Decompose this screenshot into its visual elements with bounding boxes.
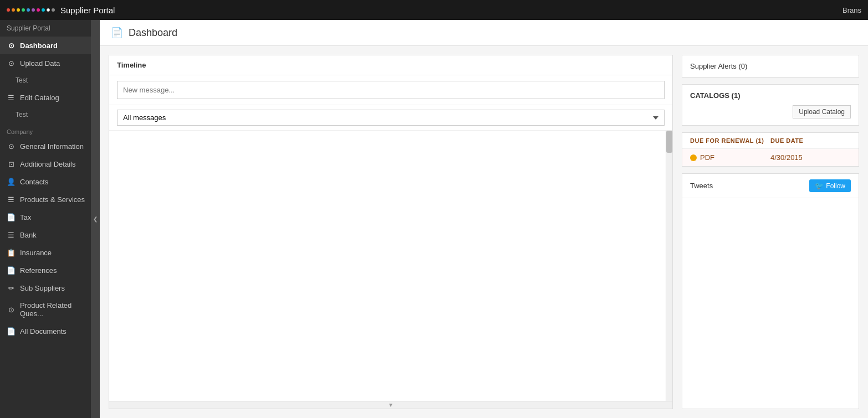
top-right-user: Brans: [843, 6, 861, 14]
product-related-icon: ⊙: [7, 305, 16, 314]
sidebar-item-dashboard[interactable]: ⊙ Dashboard: [0, 37, 100, 54]
follow-button[interactable]: 🐦 Follow: [809, 179, 851, 192]
sidebar-item-upload-test[interactable]: Test: [0, 72, 100, 89]
upload-data-icon: ⊙: [7, 59, 16, 68]
sidebar-label-edit-catalog: Edit Catalog: [20, 94, 59, 102]
timeline-header: Timeline: [109, 55, 672, 75]
logo-dot-pink: [37, 8, 40, 12]
sidebar-item-bank[interactable]: ☰ Bank: [0, 226, 100, 244]
logo-dot-white: [47, 8, 50, 12]
all-documents-icon: 📄: [7, 327, 16, 336]
scroll-down-icon: ▼: [388, 402, 394, 408]
sidebar-item-contacts[interactable]: 👤 Contacts: [0, 173, 100, 190]
alerts-section: Supplier Alerts (0): [682, 55, 859, 78]
sidebar-item-tax[interactable]: 📄 Tax: [0, 208, 100, 226]
logo-dot-green: [22, 8, 25, 12]
content-area: 📄 Dashboard Timeline All messages Messag…: [100, 20, 868, 418]
logo-dot-gray: [52, 8, 55, 12]
sidebar-item-upload-data[interactable]: ⊙ Upload Data: [0, 54, 100, 72]
logo: [7, 8, 55, 12]
tweets-content: [682, 198, 859, 409]
dashboard-grid: Timeline All messages Messages Status ch…: [100, 46, 868, 418]
logo-dot-purple: [32, 8, 35, 12]
twitter-bird-icon: 🐦: [815, 182, 824, 190]
sidebar-label-product-related: Product Related Ques...: [20, 301, 93, 318]
general-info-icon: ⊙: [7, 142, 16, 151]
sidebar-item-general-information[interactable]: ⊙ General Information: [0, 137, 100, 155]
sidebar-toggle[interactable]: [91, 20, 100, 418]
sidebar-item-edit-catalog[interactable]: ☰ Edit Catalog: [0, 89, 100, 106]
logo-dot-cyan: [42, 8, 45, 12]
timeline-content: [109, 131, 672, 401]
header-left: Supplier Portal: [7, 6, 115, 15]
sidebar-label-general-information: General Information: [20, 142, 84, 151]
upload-catalog-button[interactable]: Upload Catalog: [793, 105, 851, 118]
sidebar-label-products-services: Products & Services: [20, 195, 85, 204]
products-services-icon: ☰: [7, 195, 16, 204]
sidebar-item-catalog-test[interactable]: Test: [0, 106, 100, 123]
sidebar-label-dashboard: Dashboard: [20, 42, 58, 50]
sidebar-label-all-documents: All Documents: [20, 327, 67, 336]
renewal-col2-title: DUE DATE: [770, 137, 851, 144]
edit-catalog-icon: ☰: [7, 93, 16, 102]
follow-label: Follow: [826, 182, 845, 190]
bank-icon: ☰: [7, 230, 16, 239]
renewal-col1-title: DUE FOR RENEWAL (1): [690, 137, 770, 144]
timeline-scrollbar-thumb: [666, 131, 672, 153]
tax-icon: 📄: [7, 213, 16, 221]
tweets-title: Tweets: [690, 182, 713, 190]
sidebar-label-catalog-test: Test: [16, 111, 28, 118]
tweets-section: Tweets 🐦 Follow: [682, 173, 859, 409]
additional-details-icon: ⊡: [7, 159, 16, 168]
sidebar-label-contacts: Contacts: [20, 178, 48, 186]
right-panel: Supplier Alerts (0) CATALOGS (1) Upload …: [682, 55, 859, 409]
sidebar-item-sub-suppliers[interactable]: ✏ Sub Suppliers: [0, 279, 100, 297]
sidebar-label-additional-details: Additional Details: [20, 160, 75, 168]
top-header: Supplier Portal Brans: [0, 0, 868, 20]
company-section-label: Company: [0, 123, 100, 137]
sidebar-item-references[interactable]: 📄 References: [0, 261, 100, 279]
sidebar-item-insurance[interactable]: 📋 Insurance: [0, 244, 100, 261]
sidebar-label-upload-data: Upload Data: [20, 59, 60, 68]
timeline-filter-area: All messages Messages Status changes App…: [109, 105, 672, 131]
timeline-input-area: [109, 75, 672, 105]
renewal-item-date: 4/30/2015: [770, 153, 851, 162]
logo-dot-blue: [27, 8, 30, 12]
tweets-header: Tweets 🐦 Follow: [682, 174, 859, 198]
renewal-pdf-item: PDF: [690, 153, 770, 162]
logo-dot-red: [7, 8, 10, 12]
timeline-panel: Timeline All messages Messages Status ch…: [109, 55, 673, 409]
insurance-icon: 📋: [7, 248, 16, 257]
sidebar-item-all-documents[interactable]: 📄 All Documents: [0, 322, 100, 340]
sidebar-label-sub-suppliers: Sub Suppliers: [20, 284, 65, 292]
timeline-message-input[interactable]: [117, 81, 665, 99]
sidebar-label-upload-test: Test: [16, 76, 28, 84]
catalogs-header: CATALOGS (1): [690, 91, 851, 100]
sidebar-portal-label: Supplier Portal: [7, 24, 50, 32]
sub-suppliers-icon: ✏: [7, 283, 16, 292]
sidebar: Supplier Portal ⊙ Dashboard ⊙ Upload Dat…: [0, 20, 100, 418]
sidebar-item-products-services[interactable]: ☰ Products & Services: [0, 190, 100, 208]
timeline-scrollbar[interactable]: [666, 131, 672, 401]
timeline-scroll-bottom[interactable]: ▼: [109, 401, 672, 409]
logo-dot-yellow: [17, 8, 20, 12]
sidebar-label-tax: Tax: [20, 213, 31, 221]
catalogs-action: Upload Catalog: [690, 105, 851, 118]
alerts-title: Supplier Alerts (0): [690, 62, 747, 70]
contacts-icon: 👤: [7, 177, 16, 186]
timeline-filter-select[interactable]: All messages Messages Status changes App…: [117, 110, 665, 126]
renewal-header: DUE FOR RENEWAL (1) DUE DATE: [682, 133, 859, 149]
renewal-row: PDF 4/30/2015: [682, 149, 859, 166]
dashboard-icon: ⊙: [7, 41, 16, 50]
sidebar-label-references: References: [20, 266, 57, 275]
sidebar-item-additional-details[interactable]: ⊡ Additional Details: [0, 155, 100, 173]
renewal-status-dot: [690, 154, 697, 161]
sidebar-item-portal-label: Supplier Portal: [0, 20, 100, 37]
page-header: 📄 Dashboard: [100, 20, 868, 46]
catalogs-section: CATALOGS (1) Upload Catalog: [682, 84, 859, 126]
renewal-section: DUE FOR RENEWAL (1) DUE DATE PDF 4/30/20…: [682, 132, 859, 167]
logo-dot-orange: [12, 8, 15, 12]
renewal-item-name: PDF: [700, 153, 714, 162]
sidebar-item-product-related[interactable]: ⊙ Product Related Ques...: [0, 297, 100, 322]
page-title: Dashboard: [129, 27, 177, 39]
